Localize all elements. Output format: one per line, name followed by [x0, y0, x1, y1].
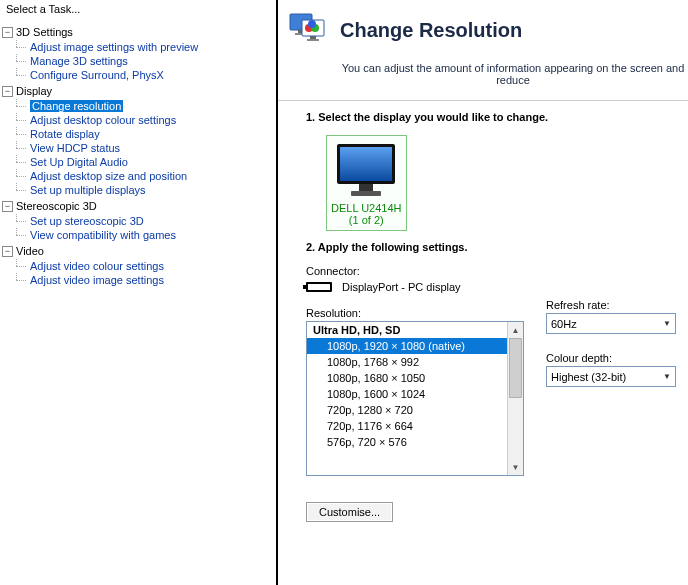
tree-item[interactable]: Manage 3D settings	[30, 55, 128, 67]
tree-toggle[interactable]: −	[2, 27, 13, 38]
scroll-up-icon[interactable]: ▲	[508, 322, 523, 338]
resolution-item[interactable]: 576p, 720 × 576	[307, 434, 523, 450]
tree-item[interactable]: Set up stereoscopic 3D	[30, 215, 144, 227]
content-pane: Change Resolution You can adjust the amo…	[278, 0, 688, 585]
monitor-sub: (1 of 2)	[331, 214, 402, 226]
tree-item[interactable]: Set Up Digital Audio	[30, 156, 128, 168]
tree-group-label[interactable]: Display	[16, 83, 52, 99]
resolution-list[interactable]: Ultra HD, HD, SD 1080p, 1920 × 1080 (nat…	[306, 321, 524, 476]
tree-item[interactable]: Adjust video colour settings	[30, 260, 164, 272]
step-1-heading: 1. Select the display you would like to …	[306, 111, 676, 123]
chevron-down-icon: ▼	[663, 372, 671, 381]
resolution-item[interactable]: 1080p, 1920 × 1080 (native)	[307, 338, 523, 354]
tree-toggle[interactable]: −	[2, 246, 13, 257]
refresh-rate-label: Refresh rate:	[546, 299, 676, 311]
monitor-tile[interactable]: DELL U2414H (1 of 2)	[326, 135, 407, 231]
tree-item[interactable]: Set up multiple displays	[30, 184, 146, 196]
tree-group-label[interactable]: Video	[16, 243, 44, 259]
page-title: Change Resolution	[340, 19, 522, 42]
tree-item[interactable]: Adjust desktop size and position	[30, 170, 187, 182]
resolution-item[interactable]: 1080p, 1600 × 1024	[307, 386, 523, 402]
monitor-name: DELL U2414H	[331, 202, 402, 214]
svg-rect-8	[307, 39, 319, 41]
colour-depth-value: Highest (32-bit)	[551, 371, 626, 383]
tree-group-label[interactable]: Stereoscopic 3D	[16, 198, 97, 214]
connector-label: Connector:	[306, 265, 676, 277]
connector-value: DisplayPort - PC display	[342, 281, 461, 293]
tree-item[interactable]: View HDCP status	[30, 142, 120, 154]
resolution-item[interactable]: 720p, 1280 × 720	[307, 402, 523, 418]
tree-item[interactable]: Rotate display	[30, 128, 100, 140]
step-2-heading: 2. Apply the following settings.	[306, 241, 676, 253]
colour-depth-label: Colour depth:	[546, 352, 676, 364]
scroll-down-icon[interactable]: ▼	[508, 459, 523, 475]
sidebar-header: Select a Task...	[0, 0, 276, 19]
svg-rect-7	[310, 36, 316, 39]
colour-depth-combo[interactable]: Highest (32-bit) ▼	[546, 366, 676, 387]
displayport-icon	[306, 282, 332, 292]
refresh-rate-combo[interactable]: 60Hz ▼	[546, 313, 676, 334]
page-subtitle: You can adjust the amount of information…	[278, 58, 688, 94]
chevron-down-icon: ▼	[663, 319, 671, 328]
step-2-section: 2. Apply the following settings. Connect…	[278, 231, 688, 522]
display-icon	[288, 10, 328, 50]
resolution-label: Resolution:	[306, 307, 524, 319]
tree-item[interactable]: Adjust video image settings	[30, 274, 164, 286]
svg-rect-13	[351, 191, 381, 196]
tree-item[interactable]: Adjust image settings with preview	[30, 41, 198, 53]
task-tree: −3D SettingsAdjust image settings with p…	[0, 19, 276, 585]
connector-row: DisplayPort - PC display	[306, 281, 676, 293]
resolution-item[interactable]: 1080p, 1768 × 992	[307, 354, 523, 370]
step-1-section: 1. Select the display you would like to …	[278, 101, 688, 231]
resolution-item[interactable]: 720p, 1176 × 664	[307, 418, 523, 434]
tree-item[interactable]: Adjust desktop colour settings	[30, 114, 176, 126]
tree-toggle[interactable]: −	[2, 86, 13, 97]
scrollbar[interactable]: ▲ ▼	[507, 322, 523, 475]
tree-group-label[interactable]: 3D Settings	[16, 24, 73, 40]
monitor-icon	[331, 142, 401, 200]
svg-point-6	[308, 20, 316, 28]
tree-item[interactable]: View compatibility with games	[30, 229, 176, 241]
refresh-rate-value: 60Hz	[551, 318, 577, 330]
scroll-thumb[interactable]	[509, 338, 522, 398]
page-header: Change Resolution	[278, 0, 688, 58]
tree-item[interactable]: Configure Surround, PhysX	[30, 69, 164, 81]
resolution-item[interactable]: 1080p, 1680 × 1050	[307, 370, 523, 386]
resolution-group-header: Ultra HD, HD, SD	[307, 322, 523, 338]
task-sidebar: Select a Task... −3D SettingsAdjust imag…	[0, 0, 278, 585]
svg-rect-12	[359, 184, 373, 191]
customise-button[interactable]: Customise...	[306, 502, 393, 522]
tree-toggle[interactable]: −	[2, 201, 13, 212]
tree-item[interactable]: Change resolution	[30, 100, 123, 112]
svg-rect-11	[340, 147, 392, 181]
